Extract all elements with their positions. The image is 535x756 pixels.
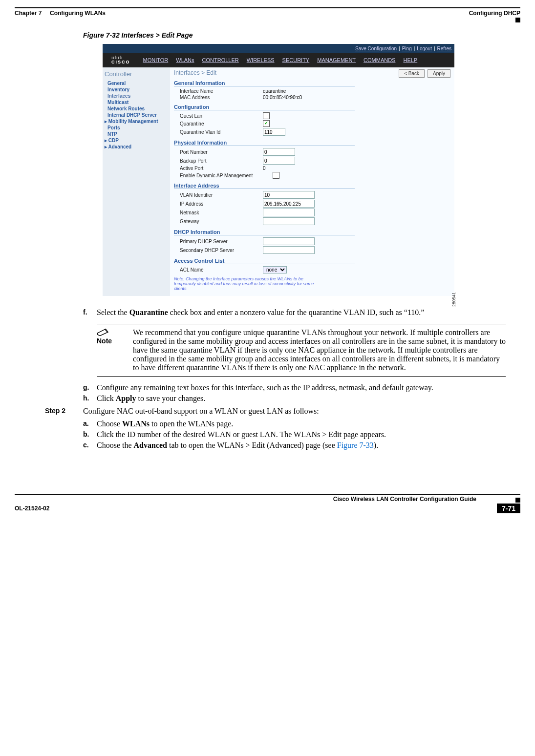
sidebar-item-advanced[interactable]: ▸ Advanced xyxy=(105,144,168,149)
input-gateway[interactable] xyxy=(263,217,315,225)
cisco-logo: ıılıılı CISCO xyxy=(103,56,139,64)
checkbox-dynamic-ap[interactable] xyxy=(273,172,279,179)
pencil-icon xyxy=(97,328,110,336)
menu-monitor[interactable]: MONITOR xyxy=(143,57,169,63)
step-g-marker: g. xyxy=(83,383,97,392)
sidebar-item-ports[interactable]: Ports xyxy=(107,125,168,130)
header-marker-icon xyxy=(515,18,520,22)
menu-controller[interactable]: CONTROLLER xyxy=(202,57,239,63)
label-guest-lan: Guest Lan xyxy=(180,113,263,119)
section-interface-address: Interface Address xyxy=(174,183,355,189)
save-config-link[interactable]: Save Configuration xyxy=(355,46,397,51)
step-a-text: Choose WLANs to open the WLANs page. xyxy=(97,420,506,428)
label-gateway: Gateway xyxy=(180,219,263,224)
section-title: Configuring DHCP xyxy=(469,10,520,17)
label-backup-port: Backup Port xyxy=(180,158,263,164)
step-h-text: Click Apply to save your changes. xyxy=(97,394,506,403)
screenshot-main: Interfaces > Edit < Back Apply General I… xyxy=(170,67,454,296)
step-2-text: Configure NAC out-of-band support on a W… xyxy=(83,407,319,416)
label-quarantine: Quarantine xyxy=(180,121,263,126)
sidebar-item-multicast[interactable]: Multicast xyxy=(107,100,168,105)
chapter-label: Chapter 7 xyxy=(15,10,42,17)
input-secondary-dhcp[interactable] xyxy=(263,246,315,254)
label-secondary-dhcp: Secondary DHCP Server xyxy=(180,248,263,253)
step-c-marker: c. xyxy=(83,441,97,450)
note-block: Note We recommend that you configure uni… xyxy=(97,324,506,377)
figure-caption: Figure 7-32 Interfaces > Edit Page xyxy=(83,31,506,39)
step-h-marker: h. xyxy=(83,394,97,403)
input-port-number[interactable] xyxy=(263,148,295,156)
value-interface-name: quarantine xyxy=(263,88,286,94)
sidebar-title: Controller xyxy=(105,70,168,78)
sidebar-item-cdp[interactable]: ▸ CDP xyxy=(105,138,168,143)
menu-wlans[interactable]: WLANs xyxy=(176,57,194,63)
screenshot-menubar: ıılıılı CISCO MONITOR WLANs CONTROLLER W… xyxy=(103,53,454,67)
step-f-text: Select the Quarantine check box and ente… xyxy=(97,308,506,317)
sidebar-item-interfaces[interactable]: Interfaces xyxy=(107,93,168,99)
select-acl-name[interactable]: none xyxy=(263,266,287,273)
footer-guide-title: Cisco Wireless LAN Controller Configurat… xyxy=(333,496,476,503)
input-vlan-id[interactable] xyxy=(263,191,315,199)
menu-commands[interactable]: COMMANDS xyxy=(364,57,395,63)
sidebar-item-ntp[interactable]: NTP xyxy=(107,131,168,137)
sidebar-item-dhcp-server[interactable]: Internal DHCP Server xyxy=(107,112,168,118)
input-backup-port[interactable] xyxy=(263,157,295,165)
input-ip-address[interactable] xyxy=(263,200,315,208)
section-dhcp-info: DHCP Information xyxy=(174,229,355,235)
apply-button[interactable]: Apply xyxy=(428,69,450,78)
screenshot-note: Note: Changing the Interface parameters … xyxy=(174,276,321,291)
ping-link[interactable]: Ping xyxy=(402,46,412,51)
step-2-marker: Step 2 xyxy=(45,407,83,416)
label-quarantine-vlan: Quarantine Vlan Id xyxy=(180,129,263,135)
screenshot-sidebar: Controller General Inventory Interfaces … xyxy=(103,67,170,296)
footer-marker-icon xyxy=(515,498,520,503)
label-acl-name: ACL Name xyxy=(180,267,263,273)
screenshot-topbar: Save Configuration | Ping | Logout | Ref… xyxy=(103,44,454,53)
refresh-link[interactable]: Refres xyxy=(437,46,451,51)
sidebar-item-inventory[interactable]: Inventory xyxy=(107,87,168,92)
note-icon-col: Note xyxy=(97,328,133,372)
input-quarantine-vlan[interactable] xyxy=(263,128,285,136)
label-port-number: Port Number xyxy=(180,149,263,155)
menu-wireless[interactable]: WIRELESS xyxy=(247,57,275,63)
sidebar-item-general[interactable]: General xyxy=(107,81,168,86)
section-general-info: General Information xyxy=(174,80,355,86)
footer-page-number: 7-71 xyxy=(497,504,520,513)
label-netmask: Netmask xyxy=(180,210,263,215)
logout-link[interactable]: Logout xyxy=(417,46,432,51)
label-active-port: Active Port xyxy=(180,166,263,171)
section-acl: Access Control List xyxy=(174,258,355,264)
chapter-title: Configuring WLANs xyxy=(50,10,106,17)
label-interface-name: Interface Name xyxy=(180,88,263,94)
value-active-port: 0 xyxy=(263,166,266,171)
input-netmask[interactable] xyxy=(263,209,315,216)
section-configuration: Configuration xyxy=(174,104,355,110)
screenshot-side-caption: 280541 xyxy=(451,292,456,307)
value-mac-address: 00:0b:85:40:90:c0 xyxy=(263,95,302,100)
sidebar-item-network-routes[interactable]: Network Routes xyxy=(107,106,168,111)
checkbox-quarantine[interactable]: ✔ xyxy=(263,120,270,127)
back-button[interactable]: < Back xyxy=(399,69,425,78)
label-vlan-id: VLAN Identifier xyxy=(180,192,263,198)
label-ip-address: IP Address xyxy=(180,201,263,207)
note-label: Note xyxy=(97,337,133,345)
menu-security[interactable]: SECURITY xyxy=(282,57,310,63)
menu-help[interactable]: HELP xyxy=(403,57,417,63)
note-text: We recommend that you configure unique q… xyxy=(133,328,506,372)
step-c-text: Choose the Advanced tab to open the WLAN… xyxy=(97,441,506,450)
sidebar-item-mobility[interactable]: ▸ Mobility Management xyxy=(105,119,168,124)
figure-link[interactable]: Figure 7-33 xyxy=(337,441,374,449)
step-g-text: Configure any remaining text boxes for t… xyxy=(97,383,506,392)
label-dynamic-ap: Enable Dynamic AP Management xyxy=(180,173,273,178)
step-a-marker: a. xyxy=(83,420,97,428)
step-f-marker: f. xyxy=(83,308,97,317)
section-physical-info: Physical Information xyxy=(174,140,355,146)
screenshot-panel: Save Configuration | Ping | Logout | Ref… xyxy=(103,44,454,296)
step-b-marker: b. xyxy=(83,430,97,439)
footer-doc-number: OL-21524-02 xyxy=(15,505,49,512)
input-primary-dhcp[interactable] xyxy=(263,237,315,245)
label-primary-dhcp: Primary DHCP Server xyxy=(180,239,263,244)
checkbox-guest-lan[interactable] xyxy=(263,112,270,119)
step-b-text: Click the ID number of the desired WLAN … xyxy=(97,430,506,439)
menu-management[interactable]: MANAGEMENT xyxy=(317,57,356,63)
